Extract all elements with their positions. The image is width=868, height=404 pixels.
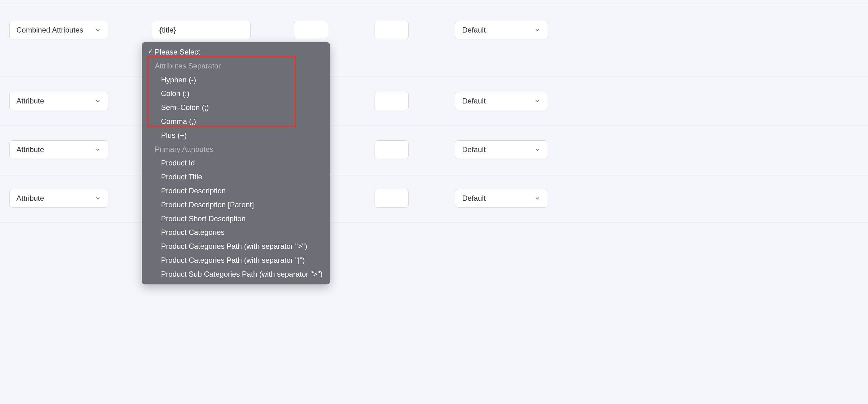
attribute-select-label: Attribute: [17, 97, 44, 105]
value-input-row1[interactable]: [152, 21, 251, 39]
dropdown-option-semicolon[interactable]: Semi-Colon (;): [142, 101, 330, 115]
dropdown-option-product-id[interactable]: Product Id: [142, 156, 330, 170]
dropdown-option-product-categories[interactable]: Product Categories: [142, 226, 330, 239]
dropdown-selected-text: Please Select: [155, 48, 200, 56]
attribute-select-row4[interactable]: Attribute: [9, 189, 108, 208]
chevron-down-icon: [534, 195, 541, 202]
dropdown-option-product-description-parent[interactable]: Product Description [Parent]: [142, 198, 330, 212]
output-type-select-row2[interactable]: Default: [455, 92, 548, 110]
dropdown-group-attributes-separator: Attributes Separator: [142, 59, 330, 73]
suffix-input-row1[interactable]: [375, 21, 409, 39]
dropdown-option-product-description[interactable]: Product Description: [142, 184, 330, 198]
dropdown-option-plus[interactable]: Plus (+): [142, 128, 330, 143]
dropdown-option-hyphen[interactable]: Hyphen (-): [142, 73, 330, 87]
chevron-down-icon: [534, 27, 541, 33]
chevron-down-icon: [94, 27, 101, 33]
attribute-dropdown-panel[interactable]: Please Select Attributes Separator Hyphe…: [142, 42, 330, 284]
attribute-select-row2[interactable]: Attribute: [9, 92, 108, 110]
mapping-row-3: Attribute Default: [0, 125, 868, 174]
dropdown-option-product-categories-path-pipe[interactable]: Product Categories Path (with separator …: [142, 254, 330, 267]
attribute-select-label: Combined Attributes: [17, 26, 83, 34]
prefix-input-row1[interactable]: [294, 21, 328, 39]
attribute-select-label: Attribute: [17, 145, 44, 154]
dropdown-option-comma[interactable]: Comma (,): [142, 115, 330, 128]
mapping-row-4: Attribute Default: [0, 174, 868, 223]
attribute-select-row3[interactable]: Attribute: [9, 140, 108, 159]
dropdown-option-colon[interactable]: Colon (:): [142, 87, 330, 101]
dropdown-option-please-select[interactable]: Please Select: [142, 45, 330, 59]
suffix-input-row3[interactable]: [375, 140, 409, 159]
output-type-label: Default: [462, 145, 486, 154]
output-type-label: Default: [462, 194, 486, 203]
dropdown-option-product-short-description[interactable]: Product Short Description: [142, 212, 330, 226]
output-type-label: Default: [462, 26, 486, 34]
dropdown-option-product-categories-path-gt[interactable]: Product Categories Path (with separator …: [142, 239, 330, 254]
chevron-down-icon: [94, 146, 101, 153]
output-type-select-row1[interactable]: Default: [455, 21, 548, 39]
chevron-down-icon: [94, 97, 101, 105]
output-type-label: Default: [462, 97, 486, 105]
dropdown-option-product-sub-categories-path-gt[interactable]: Product Sub Categories Path (with separa…: [142, 267, 330, 281]
output-type-select-row4[interactable]: Default: [455, 189, 548, 208]
dropdown-group-primary-attributes: Primary Attributes: [142, 143, 330, 156]
attribute-select-row1[interactable]: Combined Attributes: [9, 21, 108, 39]
chevron-down-icon: [94, 195, 101, 202]
chevron-down-icon: [534, 97, 541, 105]
output-type-select-row3[interactable]: Default: [455, 140, 548, 159]
mapping-row-1: Combined Attributes Default: [0, 3, 868, 77]
value-input-field[interactable]: [159, 25, 244, 35]
mapping-row-2: Attribute Default: [0, 77, 868, 125]
suffix-input-row4[interactable]: [375, 189, 409, 208]
attribute-select-label: Attribute: [17, 194, 44, 203]
suffix-input-row2[interactable]: [375, 92, 409, 110]
dropdown-option-product-title[interactable]: Product Title: [142, 170, 330, 184]
chevron-down-icon: [534, 146, 541, 153]
